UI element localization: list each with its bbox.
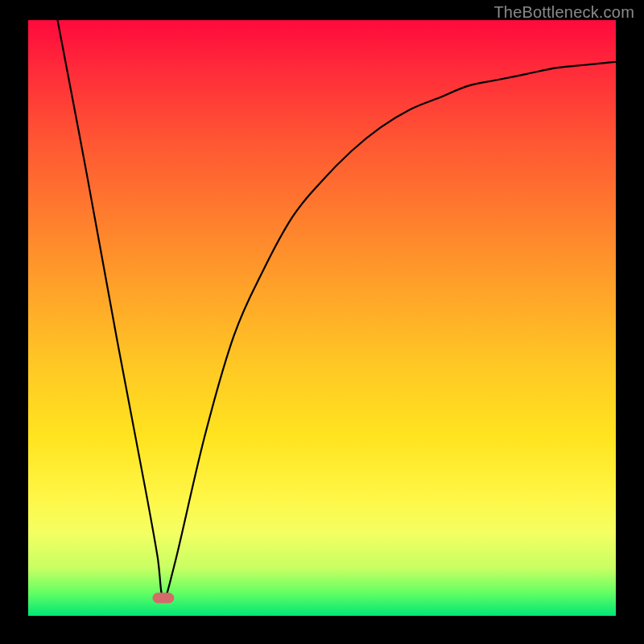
bottleneck-curve xyxy=(58,20,617,598)
watermark-text: TheBottleneck.com xyxy=(493,3,634,22)
minimum-marker xyxy=(153,593,174,603)
curve-svg xyxy=(28,20,616,616)
plot-area xyxy=(28,20,616,616)
chart-frame: TheBottleneck.com xyxy=(0,0,644,644)
